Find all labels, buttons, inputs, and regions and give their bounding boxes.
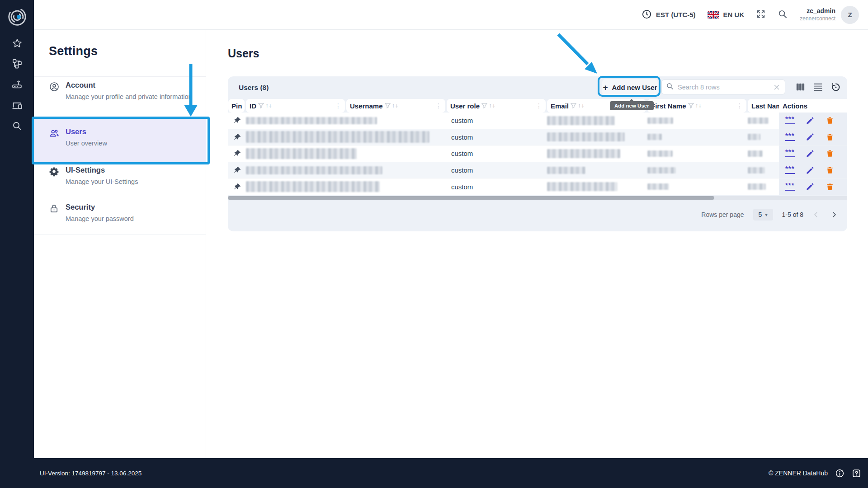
column-menu-icon[interactable]: ⋮	[536, 102, 542, 109]
ui-version-label: UI-Version: 1749819797 - 13.06.2025	[40, 470, 142, 477]
settings-title: Settings	[49, 44, 98, 58]
favorites-icon[interactable]	[0, 38, 34, 49]
credentials-icon[interactable]: ***	[785, 117, 795, 124]
columns-icon[interactable]	[795, 82, 806, 92]
table-search	[661, 80, 785, 94]
edit-pencil-icon[interactable]	[806, 182, 815, 191]
sidebar-item-ui-settings[interactable]: UI-Settings Manage your UI-Settings	[34, 165, 206, 192]
search-icon[interactable]	[0, 121, 34, 131]
nav-item-description: Manage your UI-Settings	[66, 177, 194, 187]
user-role-value: custom	[451, 166, 473, 174]
user-menu[interactable]: zc_admin zennerconnect Z	[800, 6, 859, 24]
page-title: Users	[228, 47, 259, 60]
horizontal-scrollbar-thumb[interactable]	[228, 196, 714, 200]
pin-button[interactable]	[231, 145, 244, 162]
first-name-cell	[647, 129, 746, 145]
rows-per-page-select[interactable]: 5 ▾	[753, 209, 773, 221]
edit-pencil-icon[interactable]	[806, 132, 815, 141]
divider	[34, 235, 206, 235]
devices-icon[interactable]	[0, 100, 34, 111]
copyright-label: © ZENNER DataHub	[769, 469, 828, 477]
edit-pencil-icon[interactable]	[806, 166, 815, 175]
pagination-range: 1-5 of 8	[782, 211, 803, 218]
credentials-icon[interactable]: ***	[785, 166, 795, 174]
table-rows: custom *** custom	[228, 113, 847, 195]
tooltip-add-new-user: Add new User	[610, 101, 654, 110]
column-header-pin[interactable]: Pin	[228, 99, 245, 113]
column-header-username[interactable]: Username ↑↓ ⋮	[346, 99, 445, 113]
pin-button[interactable]	[231, 162, 244, 178]
edit-pencil-icon[interactable]	[806, 116, 815, 125]
sort-icon[interactable]: ↑↓	[577, 103, 584, 108]
search-icon	[666, 82, 674, 92]
filter-icon[interactable]	[385, 102, 391, 110]
pushpin-icon	[233, 149, 242, 158]
column-header-first-name[interactable]: First Name ↑↓ ⋮	[647, 99, 746, 113]
previous-page-button[interactable]	[812, 211, 820, 218]
filter-icon[interactable]	[481, 102, 487, 110]
email-cell	[547, 145, 646, 162]
column-menu-icon[interactable]: ⋮	[435, 102, 442, 109]
delete-trash-icon[interactable]	[826, 183, 834, 191]
actions-cell: ***	[779, 145, 847, 162]
clear-search-icon[interactable]	[773, 83, 781, 91]
redacted-id	[246, 117, 377, 124]
redacted-email	[547, 182, 618, 191]
sidebar-item-account[interactable]: Account Manage your profile and private …	[34, 80, 206, 117]
filter-icon[interactable]	[688, 102, 694, 110]
zenner-connect-logo[interactable]	[0, 6, 34, 27]
credentials-icon[interactable]: ***	[785, 183, 795, 191]
redacted-id	[246, 131, 429, 143]
redacted-last-name	[748, 117, 769, 124]
credentials-icon[interactable]: ***	[785, 133, 795, 141]
search-input[interactable]	[678, 84, 769, 91]
global-search-button[interactable]	[778, 9, 788, 21]
delete-trash-icon[interactable]	[826, 149, 834, 158]
next-page-button[interactable]	[830, 211, 838, 218]
nav-item-label: Users	[66, 127, 86, 136]
pin-button[interactable]	[231, 113, 244, 129]
pushpin-icon	[233, 166, 242, 174]
restore-icon[interactable]	[830, 82, 841, 93]
sort-icon[interactable]: ↑↓	[392, 103, 398, 108]
column-header-user-role[interactable]: User role ↑↓ ⋮	[447, 99, 546, 113]
sort-icon[interactable]: ↑↓	[488, 103, 495, 108]
redacted-id	[246, 181, 380, 192]
filter-icon[interactable]	[258, 102, 264, 110]
edit-pencil-icon[interactable]	[806, 149, 815, 158]
redacted-first-name	[647, 134, 662, 140]
timezone-selector[interactable]: EST (UTC-5)	[642, 9, 696, 21]
sidebar-item-security[interactable]: Security Manage your password	[34, 202, 206, 230]
gateway-icon[interactable]	[0, 79, 34, 90]
filter-icon[interactable]	[571, 102, 576, 110]
fullscreen-button[interactable]	[756, 9, 766, 20]
column-menu-icon[interactable]: ⋮	[335, 102, 341, 109]
row-density-icon[interactable]	[813, 82, 823, 92]
redacted-last-name	[748, 167, 765, 174]
sidebar-item-users[interactable]: Users User overview	[34, 127, 206, 154]
delete-trash-icon[interactable]	[826, 166, 834, 174]
column-header-id[interactable]: ID ↑↓ ⋮	[246, 99, 345, 113]
timezone-label: EST (UTC-5)	[656, 11, 696, 19]
sort-icon[interactable]: ↑↓	[265, 103, 272, 108]
redacted-email	[547, 167, 585, 174]
search-icon	[778, 9, 788, 21]
delete-trash-icon[interactable]	[826, 133, 834, 141]
sort-icon[interactable]: ↑↓	[695, 103, 702, 108]
help-icon[interactable]	[852, 469, 861, 478]
user-role-value: custom	[451, 183, 473, 191]
delete-trash-icon[interactable]	[826, 116, 834, 125]
table-toolbar	[795, 80, 841, 94]
chevron-down-icon: ▾	[765, 212, 767, 217]
column-menu-icon[interactable]: ⋮	[736, 102, 743, 109]
avatar[interactable]: Z	[841, 6, 859, 24]
pin-button[interactable]	[231, 178, 244, 195]
info-icon[interactable]	[835, 469, 844, 478]
language-selector[interactable]: EN UK	[708, 11, 745, 19]
pin-button[interactable]	[231, 129, 244, 145]
actions-cell: ***	[779, 129, 847, 145]
topology-icon[interactable]	[0, 58, 34, 69]
credentials-icon[interactable]: ***	[785, 150, 795, 157]
nav-item-description: Manage your password	[66, 214, 194, 224]
add-user-button[interactable]: + Add new User	[602, 79, 658, 95]
